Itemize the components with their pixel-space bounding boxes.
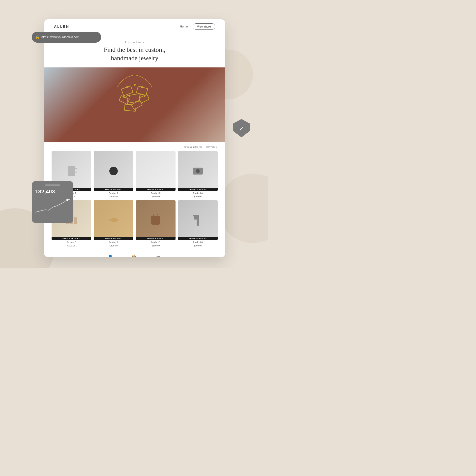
bag-icon	[151, 216, 160, 225]
product-price-5: $199.00	[52, 244, 91, 247]
product-name-6: Product 6	[94, 241, 133, 243]
product-image-8: SAMPLE PRODUCT	[178, 200, 218, 240]
product-name-2: Product 2	[94, 192, 133, 194]
hero-title-line2: handmade jewelry	[111, 55, 158, 62]
product-image-3: SAMPLE PRODUCT	[136, 151, 176, 191]
bottom-nav-orders[interactable]: 📦 Track Orders	[128, 255, 139, 257]
jewelry-svg	[102, 72, 167, 137]
bag-icon-nav: 🛍	[156, 255, 160, 257]
nav-home-link[interactable]: Home	[180, 25, 188, 28]
nav-right: Home View more	[180, 23, 215, 30]
svg-point-0	[66, 199, 68, 201]
svg-point-8	[126, 86, 128, 88]
shopping-bag-label: Shopping Bag (0)	[184, 146, 202, 148]
hero-image	[44, 67, 225, 142]
mug-icon	[109, 167, 118, 175]
bottom-nav: 👤 My Account 📦 Track Orders 🛍 Shopping B…	[44, 251, 225, 257]
analytics-number: 132,403	[35, 188, 70, 195]
product-name-8: Product 8	[178, 241, 218, 243]
svg-point-13	[123, 96, 125, 98]
product-price-6: $199.00	[94, 244, 133, 247]
svg-point-12	[140, 94, 142, 95]
shield-badge: ✓	[233, 119, 250, 137]
sample-badge-2: SAMPLE PRODUCT	[94, 188, 133, 191]
product-price-4: $199.00	[178, 195, 218, 198]
sample-badge-5: SAMPLE PRODUCT	[52, 237, 91, 240]
svg-point-9	[141, 86, 143, 88]
svg-point-10	[134, 84, 136, 86]
products-grid: SAMPLE PRODUCT Product 1 $199.00 SAMPLE …	[52, 151, 218, 247]
chart-area	[35, 197, 70, 215]
orders-icon: 📦	[131, 255, 136, 257]
sample-badge-3: SAMPLE PRODUCT	[136, 188, 176, 191]
product-price-3: $199.00	[136, 195, 176, 198]
view-more-button[interactable]: View more	[193, 23, 215, 30]
hero-title: Find the best in custom, handmade jewelr…	[54, 46, 215, 62]
analytics-card: 132,403	[32, 181, 73, 223]
product-price-8: $199.00	[178, 244, 218, 247]
product-image-4: SAMPLE PRODUCT	[178, 151, 218, 191]
product-card-4[interactable]: SAMPLE PRODUCT Product 4 $199.00	[178, 151, 218, 198]
lock-icon: 🔒	[35, 35, 39, 39]
product-name-3: Product 3	[136, 192, 176, 194]
products-header: Shopping Bag (0) SORT BY ∨	[52, 146, 218, 148]
product-card-2[interactable]: SAMPLE PRODUCT Product 2 $199.00	[94, 151, 133, 198]
lamp-icon	[197, 215, 199, 226]
sample-badge-4: SAMPLE PRODUCT	[178, 188, 218, 191]
analytics-top-bar	[45, 184, 60, 186]
product-image-2: SAMPLE PRODUCT	[94, 151, 133, 191]
svg-point-14	[144, 95, 145, 97]
product-image-6: SAMPLE PRODUCT	[94, 200, 133, 240]
svg-rect-3	[127, 93, 140, 103]
check-icon: ✓	[239, 125, 244, 133]
product-name-4: Product 4	[178, 192, 218, 194]
url-text: https://www.yourdomain.com	[41, 35, 79, 39]
product-card-8[interactable]: SAMPLE PRODUCT Product 8 $199.00	[178, 200, 218, 247]
address-bar[interactable]: 🔒 https://www.yourdomain.com	[32, 32, 101, 43]
product-card-7[interactable]: SAMPLE PRODUCT Product 7 $199.00	[136, 200, 176, 247]
sample-badge-8: SAMPLE PRODUCT	[178, 237, 218, 240]
camera-icon	[193, 168, 203, 175]
bottom-nav-bag[interactable]: 🛍 Shopping Bag	[152, 255, 164, 257]
product-card-3[interactable]: SAMPLE PRODUCT Product 3 $199.00	[136, 151, 176, 198]
shirt-icon	[151, 167, 160, 176]
svg-rect-6	[124, 104, 136, 111]
cup-icon	[68, 166, 75, 176]
sample-badge-6: SAMPLE PRODUCT	[94, 237, 133, 240]
product-image-7: SAMPLE PRODUCT	[136, 200, 176, 240]
cup-3	[74, 217, 77, 224]
svg-point-11	[129, 95, 130, 97]
product-card-6[interactable]: SAMPLE PRODUCT Product 6 $199.00	[94, 200, 133, 247]
sort-by-label[interactable]: SORT BY ∨	[206, 146, 218, 148]
sample-badge-7: SAMPLE PRODUCT	[136, 237, 176, 240]
hero-title-line1: Find the best in custom,	[104, 46, 165, 53]
plane-icon	[108, 218, 119, 223]
product-name-7: Product 7	[136, 241, 176, 243]
product-price-7: $199.00	[136, 244, 176, 247]
bottom-nav-account[interactable]: 👤 My Account	[105, 255, 115, 257]
account-icon: 👤	[108, 255, 113, 257]
nav-logo: ALLEN	[54, 25, 69, 29]
product-price-2: $199.00	[94, 195, 133, 198]
product-name-5: Product 5	[52, 241, 91, 243]
bg-shape-right	[218, 174, 268, 243]
